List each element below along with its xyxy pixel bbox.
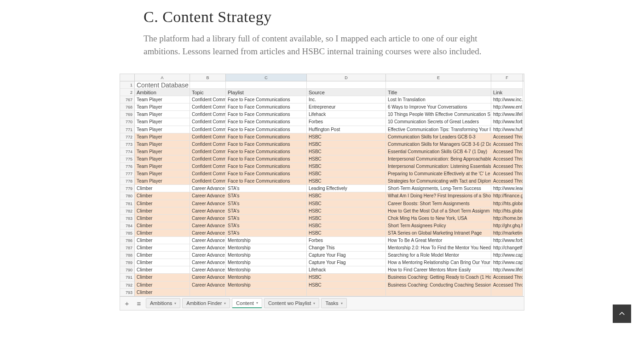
cell[interactable]: Career Advance (190, 222, 226, 230)
cell[interactable]: Confident Comm (190, 133, 226, 141)
row-number[interactable]: 2 (120, 89, 135, 96)
cell[interactable]: Career Advance (190, 266, 226, 274)
cell[interactable]: Team Player (135, 104, 190, 111)
cell[interactable]: Accessed Throu (491, 170, 523, 178)
cell[interactable]: Climber (135, 252, 190, 259)
cell[interactable]: Team Player (135, 178, 190, 185)
select-all-corner[interactable] (120, 74, 135, 81)
cell[interactable]: Forbes (307, 118, 386, 126)
cell[interactable]: Climber (135, 289, 190, 296)
row-number[interactable]: 781 (120, 200, 135, 207)
cell[interactable]: Career Advance (190, 185, 226, 192)
cell[interactable]: Face to Face Communications (226, 104, 307, 111)
cell[interactable]: http://www.cap (491, 252, 523, 259)
cell[interactable]: Team Player (135, 118, 190, 126)
col-source[interactable]: Source (307, 89, 386, 96)
cell[interactable]: Team Player (135, 111, 190, 118)
cell[interactable]: Climber (135, 282, 190, 289)
cell[interactable]: Confident Comm (190, 111, 226, 118)
cell[interactable]: Accessed Throu (491, 178, 523, 185)
cell[interactable]: Accessed Throu (491, 148, 523, 155)
row-number[interactable]: 789 (120, 259, 135, 266)
cell[interactable]: Career Advance (190, 259, 226, 266)
cell[interactable]: Team Player (135, 133, 190, 141)
row-number[interactable]: 773 (120, 141, 135, 148)
cell[interactable]: Entrepreneur (307, 104, 386, 111)
cell[interactable]: Chok Ming Ha Goes to New York, USA (386, 215, 491, 222)
cell[interactable]: Change This (307, 244, 386, 252)
add-sheet-button[interactable]: + (122, 298, 132, 308)
cell[interactable]: Face to Face Communications (226, 141, 307, 148)
cell[interactable]: Face to Face Communications (226, 170, 307, 178)
cell[interactable]: http://hts.globa (491, 207, 523, 215)
col-playlist[interactable]: Playlist (226, 89, 307, 96)
cell[interactable]: STA's (226, 230, 307, 237)
cell[interactable]: Climber (135, 274, 190, 281)
cell[interactable] (226, 289, 307, 296)
cell[interactable]: Mentorship (226, 282, 307, 289)
cell[interactable]: HSBC (307, 192, 386, 200)
cell[interactable]: How to Get the Most Out of a Short Term … (386, 207, 491, 215)
cell[interactable]: Preparing to Communicate Effectively at … (386, 170, 491, 178)
cell[interactable]: Mentorship (226, 252, 307, 259)
column-header[interactable]: B (190, 74, 226, 81)
column-header[interactable]: E (386, 74, 491, 81)
cell[interactable]: HSBC (307, 215, 386, 222)
cell[interactable]: STA's (226, 192, 307, 200)
cell[interactable]: http://finance.g (491, 192, 523, 200)
cell[interactable]: Climber (135, 266, 190, 274)
cell[interactable]: http://www.inc. (491, 96, 523, 104)
cell[interactable]: Confident Comm (190, 148, 226, 155)
cell[interactable]: HSBC (307, 170, 386, 178)
cell[interactable]: Forbes (307, 237, 386, 244)
cell[interactable]: Interpersonal Communication: Listening E… (386, 163, 491, 170)
cell[interactable]: How To Be A Great Mentor (386, 237, 491, 244)
row-number[interactable]: 769 (120, 111, 135, 118)
cell[interactable]: Confident Comm (190, 126, 226, 133)
cell[interactable]: Team Player (135, 170, 190, 178)
cell[interactable]: Team Player (135, 126, 190, 133)
row-number[interactable]: 774 (120, 148, 135, 155)
cell[interactable]: STA's (226, 215, 307, 222)
cell[interactable]: Huffington Post (307, 126, 386, 133)
column-header[interactable]: D (307, 74, 386, 81)
cell[interactable]: HSBC (307, 163, 386, 170)
cell[interactable]: Communication Skills for Managers GCB 3-… (386, 141, 491, 148)
row-number[interactable]: 788 (120, 252, 135, 259)
cell[interactable] (386, 289, 491, 296)
cell[interactable]: Career Advance (190, 237, 226, 244)
cell[interactable]: Career Boosts: Short Term Assignments (386, 200, 491, 207)
cell[interactable]: Accessed Throu (491, 274, 523, 281)
cell[interactable]: http://www.lead (491, 185, 523, 192)
cell[interactable]: Communication Skills for Leaders GCB 0-3 (386, 133, 491, 141)
cell[interactable]: Climber (135, 237, 190, 244)
cell[interactable]: Climber (135, 215, 190, 222)
cell[interactable]: Accessed Throu (491, 163, 523, 170)
cell[interactable]: Confident Comm (190, 170, 226, 178)
cell[interactable]: HSBC (307, 155, 386, 163)
sheet-tab[interactable]: Content▾ (232, 298, 262, 308)
cell[interactable]: Confident Comm (190, 163, 226, 170)
cell[interactable]: How to Find Career Mentors More Easily (386, 266, 491, 274)
cell[interactable]: Lifehack (307, 266, 386, 274)
cell[interactable]: Career Advance (190, 207, 226, 215)
cell[interactable]: http://www.lifel (491, 111, 523, 118)
cell[interactable]: Business Coaching: Conducting Coaching S… (386, 282, 491, 289)
cell[interactable]: Team Player (135, 141, 190, 148)
row-number[interactable]: 784 (120, 222, 135, 230)
cell[interactable]: Inc. (307, 96, 386, 104)
cell[interactable]: Climber (135, 185, 190, 192)
row-number[interactable]: 783 (120, 215, 135, 222)
cell[interactable]: Mentorship (226, 266, 307, 274)
row-number[interactable]: 770 (120, 118, 135, 126)
row-number[interactable]: 782 (120, 207, 135, 215)
cell[interactable]: Mentorship 2.0: How To Find the Mentor Y… (386, 244, 491, 252)
col-topic[interactable]: Topic (190, 89, 226, 96)
cell[interactable]: Capture Your Flag (307, 252, 386, 259)
cell[interactable]: Accessed Throu (491, 133, 523, 141)
cell[interactable]: Team Player (135, 155, 190, 163)
cell[interactable]: Confident Comm (190, 155, 226, 163)
cell[interactable]: HSBC (307, 148, 386, 155)
cell[interactable]: HSBC (307, 133, 386, 141)
cell[interactable]: 10 Communication Secrets of Great Leader… (386, 118, 491, 126)
